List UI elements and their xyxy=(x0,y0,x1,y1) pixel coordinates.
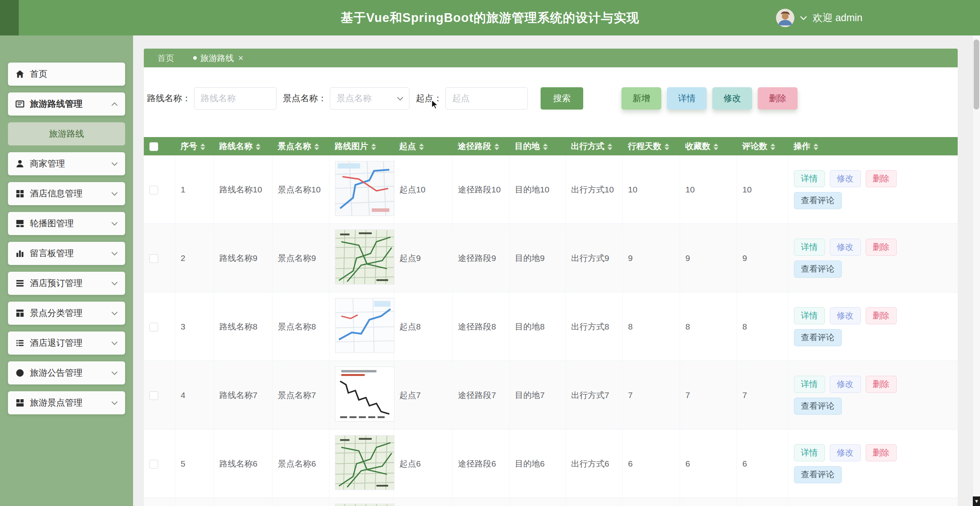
cell-destination: 目的地8 xyxy=(509,292,565,361)
route-image[interactable] xyxy=(335,298,394,353)
sidebar-item-9[interactable]: 旅游公告管理 xyxy=(8,361,125,384)
sort-icons[interactable] xyxy=(664,143,669,150)
row-checkbox[interactable] xyxy=(149,254,158,263)
sort-icons[interactable] xyxy=(200,143,205,150)
delete-button[interactable]: 删除 xyxy=(758,87,798,110)
sort-icons[interactable] xyxy=(256,143,261,150)
select-all-checkbox[interactable] xyxy=(149,142,158,151)
sidebar-item-8[interactable]: 酒店退订管理 xyxy=(8,331,125,355)
scrollbar-down-arrow-icon[interactable]: ▼ xyxy=(973,496,980,506)
sidebar-item-1[interactable]: 旅游路线管理 xyxy=(8,92,125,116)
sort-icons[interactable] xyxy=(543,143,548,150)
tab-bar: 首页旅游路线× xyxy=(144,49,958,67)
cell-start: 起点5 xyxy=(394,498,452,506)
sort-icons[interactable] xyxy=(419,143,424,150)
sidebar-item-2[interactable]: 商家管理 xyxy=(8,152,125,175)
route-image[interactable] xyxy=(335,161,394,216)
column-header-行程天数[interactable]: 行程天数 xyxy=(622,137,680,155)
row-detail-button[interactable]: 详情 xyxy=(794,307,825,324)
row-checkbox[interactable] xyxy=(149,323,158,331)
filter-input-2[interactable] xyxy=(445,87,528,110)
row-delete-button[interactable]: 删除 xyxy=(866,307,897,324)
column-header-评论数[interactable]: 评论数 xyxy=(737,137,788,155)
row-edit-button[interactable]: 修改 xyxy=(830,376,861,393)
row-edit-button[interactable]: 修改 xyxy=(830,444,861,461)
sidebar-item-3[interactable]: 酒店信息管理 xyxy=(8,182,125,205)
sort-icons[interactable] xyxy=(713,143,718,150)
row-actions: 详情修改删除查看评论 xyxy=(794,239,933,278)
edit-button[interactable]: 修改 xyxy=(712,87,752,110)
spot-name-select[interactable]: 景点名称 xyxy=(330,87,410,110)
sidebar-item-5[interactable]: 留言板管理 xyxy=(8,242,125,265)
detail-button[interactable]: 详情 xyxy=(667,87,707,110)
column-header-路线名称[interactable]: 路线名称 xyxy=(214,137,272,155)
sort-icons[interactable] xyxy=(494,143,499,150)
sidebar-item-label: 首页 xyxy=(30,68,47,80)
row-detail-button[interactable]: 详情 xyxy=(794,444,825,461)
search-button[interactable]: 搜索 xyxy=(541,87,583,110)
sort-icons[interactable] xyxy=(813,143,818,150)
row-edit-button[interactable]: 修改 xyxy=(830,307,861,324)
column-header-操作[interactable]: 操作 xyxy=(788,137,958,155)
column-header-途径路段[interactable]: 途径路段 xyxy=(452,137,509,155)
row-checkbox[interactable] xyxy=(149,186,158,194)
tab-1[interactable]: 旅游路线× xyxy=(193,53,243,64)
cell-start: 起点8 xyxy=(394,292,452,361)
cell-index: 4 xyxy=(175,361,214,430)
column-header-起点[interactable]: 起点 xyxy=(394,137,452,155)
sidebar-item-10[interactable]: 旅游景点管理 xyxy=(8,391,125,414)
route-image[interactable] xyxy=(335,229,394,284)
user-area[interactable]: 欢迎 admin xyxy=(776,0,862,35)
sidebar-subitem-旅游路线[interactable]: 旅游路线 xyxy=(8,122,125,145)
sort-icons[interactable] xyxy=(314,143,319,150)
row-checkbox[interactable] xyxy=(149,460,158,469)
vertical-scrollbar[interactable]: ▼ xyxy=(972,35,980,506)
sidebar-item-0[interactable]: 首页 xyxy=(8,63,125,86)
column-header-目的地[interactable]: 目的地 xyxy=(509,137,565,155)
sort-icons[interactable] xyxy=(608,143,612,150)
column-header-收藏数[interactable]: 收藏数 xyxy=(680,137,737,155)
cell-trip-days: 9 xyxy=(622,224,680,292)
sidebar-item-6[interactable]: 酒店预订管理 xyxy=(8,272,125,295)
cell-route-name: 路线名称6 xyxy=(214,430,272,498)
row-edit-button[interactable]: 修改 xyxy=(830,239,861,256)
row-view-comments-button[interactable]: 查看评论 xyxy=(794,466,842,483)
row-edit-button[interactable]: 修改 xyxy=(830,170,861,187)
tab-close-icon[interactable]: × xyxy=(238,54,243,63)
column-header-出行方式[interactable]: 出行方式 xyxy=(565,137,622,155)
home-icon xyxy=(15,69,25,79)
cell-favorites: 9 xyxy=(680,224,737,292)
scrollbar-thumb[interactable] xyxy=(974,39,979,110)
row-view-comments-button[interactable]: 查看评论 xyxy=(794,261,842,278)
row-detail-button[interactable]: 详情 xyxy=(794,170,825,187)
chevron-down-icon xyxy=(111,222,118,226)
column-header-序号[interactable]: 序号 xyxy=(175,137,214,155)
sidebar-item-7[interactable]: 景点分类管理 xyxy=(8,302,125,325)
row-delete-button[interactable]: 删除 xyxy=(866,170,897,187)
route-image[interactable] xyxy=(335,504,394,506)
column-header-路线图片[interactable]: 路线图片 xyxy=(329,137,394,155)
row-view-comments-button[interactable]: 查看评论 xyxy=(794,192,842,209)
user-avatar[interactable] xyxy=(776,9,794,27)
row-checkbox[interactable] xyxy=(149,391,158,400)
route-image[interactable] xyxy=(335,435,394,490)
sort-icons[interactable] xyxy=(770,143,775,150)
row-delete-button[interactable]: 删除 xyxy=(866,444,897,461)
filter-input-0[interactable] xyxy=(194,87,276,110)
cell-destination: 目的地6 xyxy=(509,430,565,498)
row-view-comments-button[interactable]: 查看评论 xyxy=(794,398,842,415)
row-view-comments-button[interactable]: 查看评论 xyxy=(794,329,842,346)
row-detail-button[interactable]: 详情 xyxy=(794,239,825,256)
sidebar-item-label: 旅游景点管理 xyxy=(30,397,82,409)
row-delete-button[interactable]: 删除 xyxy=(866,376,897,393)
row-delete-button[interactable]: 删除 xyxy=(866,239,897,256)
add-button[interactable]: 新增 xyxy=(621,87,661,110)
sort-icons[interactable] xyxy=(371,143,376,150)
column-header-景点名称[interactable]: 景点名称 xyxy=(272,137,329,155)
route-image[interactable] xyxy=(335,367,394,422)
sidebar-item-4[interactable]: 轮播图管理 xyxy=(8,212,125,235)
tab-0[interactable]: 首页 xyxy=(157,53,174,64)
cell-index: 1 xyxy=(175,155,214,224)
row-detail-button[interactable]: 详情 xyxy=(794,376,825,393)
sidebar-item-label: 酒店信息管理 xyxy=(30,188,82,200)
